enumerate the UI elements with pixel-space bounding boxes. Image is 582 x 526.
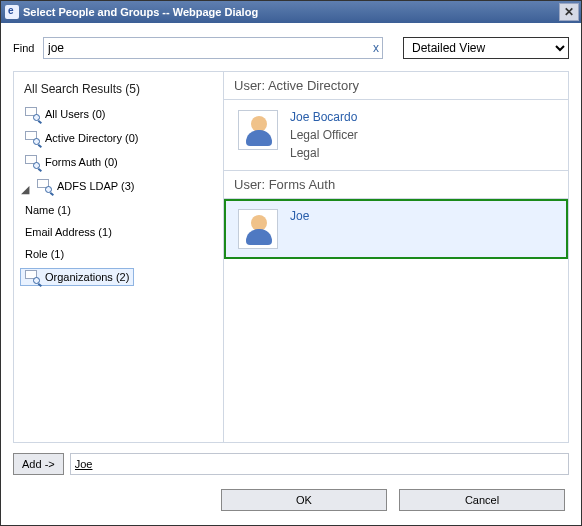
ie-icon (5, 5, 19, 19)
add-row: Add -> (13, 443, 569, 475)
find-row: Find x Detailed View (13, 37, 569, 59)
dialog-title: Select People and Groups -- Webpage Dial… (23, 6, 258, 18)
tree-forms-auth[interactable]: Forms Auth (0) (20, 153, 123, 171)
find-label: Find (13, 42, 37, 54)
result-name[interactable]: Joe (290, 209, 309, 223)
tree-root[interactable]: All Search Results (5) (20, 80, 217, 102)
cancel-button[interactable]: Cancel (399, 489, 565, 511)
dialog-content: Find x Detailed View All Search Results … (1, 23, 581, 525)
find-input[interactable] (43, 37, 383, 59)
results-panel: User: Active Directory Joe Bocardo Legal… (224, 72, 568, 442)
user-avatar-icon (238, 110, 278, 150)
title-bar: Select People and Groups -- Webpage Dial… (1, 1, 581, 23)
card-search-icon (25, 270, 41, 284)
add-button[interactable]: Add -> (13, 453, 64, 475)
dialog-window: Select People and Groups -- Webpage Dial… (0, 0, 582, 526)
clear-search-icon[interactable]: x (373, 41, 379, 55)
result-dept: Legal (290, 146, 358, 160)
expander-icon[interactable]: ◢ (20, 183, 30, 196)
card-search-icon (25, 155, 41, 169)
close-button[interactable]: ✕ (559, 3, 579, 21)
card-search-icon (37, 179, 53, 193)
tree-name[interactable]: Name (1) (20, 202, 76, 218)
tree-role[interactable]: Role (1) (20, 246, 69, 262)
tree-adfs-ldap[interactable]: ADFS LDAP (3) (32, 177, 139, 195)
tree-organizations[interactable]: Organizations (2) (20, 268, 134, 286)
main-panel: All Search Results (5) All Users (0) Act… (13, 71, 569, 443)
card-search-icon (25, 107, 41, 121)
dialog-footer: OK Cancel (13, 475, 569, 515)
tree-all-users[interactable]: All Users (0) (20, 105, 111, 123)
tree-active-directory[interactable]: Active Directory (0) (20, 129, 144, 147)
card-search-icon (25, 131, 41, 145)
group-header-ad: User: Active Directory (224, 72, 568, 100)
search-tree: All Search Results (5) All Users (0) Act… (14, 72, 224, 442)
result-title: Legal Officer (290, 128, 358, 142)
ok-button[interactable]: OK (221, 489, 387, 511)
result-card-ad[interactable]: Joe Bocardo Legal Officer Legal (224, 100, 568, 170)
added-users-input[interactable] (70, 453, 569, 475)
user-avatar-icon (238, 209, 278, 249)
tree-email[interactable]: Email Address (1) (20, 224, 117, 240)
group-header-forms: User: Forms Auth (224, 170, 568, 199)
view-select[interactable]: Detailed View (403, 37, 569, 59)
result-card-forms[interactable]: Joe (224, 199, 568, 259)
result-name[interactable]: Joe Bocardo (290, 110, 358, 124)
